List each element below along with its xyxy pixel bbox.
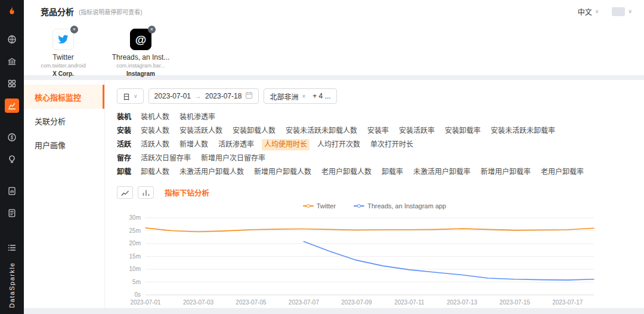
app-card-threads[interactable]: @ × Threads, an Inst... com.instagram.ba… <box>111 29 171 75</box>
close-icon[interactable]: × <box>70 26 78 33</box>
legend-item[interactable]: Twitter <box>303 202 336 210</box>
tag-close-icon[interactable]: × <box>302 93 305 100</box>
metric-option[interactable]: 人均使用时长 <box>262 139 309 150</box>
metric-option[interactable]: 安装率 <box>365 125 391 137</box>
metric-option[interactable]: 活跃渗透率 <box>216 139 256 150</box>
svg-text:2023-07-17: 2023-07-17 <box>552 299 583 306</box>
region-more: + 4 ... <box>312 92 330 100</box>
metric-option[interactable]: 安装活跃率 <box>397 125 437 137</box>
app-name: Twitter <box>52 53 73 61</box>
drilldown-link[interactable]: 指标下钻分析 <box>165 187 209 198</box>
granularity-select[interactable]: 日 ∨ <box>117 88 144 104</box>
metric-option[interactable]: 老用户卸载人数 <box>319 167 374 178</box>
line-chart-button[interactable] <box>117 186 133 199</box>
metrics-panel: 日 ∨ 2023-07-01 → 2023-07-18 北部非洲 × <box>105 80 644 308</box>
svg-text:20m: 20m <box>129 240 141 247</box>
svg-text:2023-07-11: 2023-07-11 <box>394 299 425 306</box>
metric-option[interactable]: 新增用户次日留存率 <box>199 153 268 164</box>
svg-text:5m: 5m <box>132 279 141 285</box>
menu-item-label: 关联分析 <box>35 115 66 127</box>
svg-text:2023-07-09: 2023-07-09 <box>341 299 372 306</box>
nav-rail: DataSparkle <box>0 0 24 314</box>
metric-option[interactable]: 卸载人数 <box>138 167 172 178</box>
svg-text:2023-07-01: 2023-07-01 <box>130 299 161 306</box>
chart-toolbar: 指标下钻分析 <box>117 186 632 199</box>
svg-text:2023-07-15: 2023-07-15 <box>500 299 531 306</box>
app-root: DataSparkle 竞品分析 (指标说明悬停即可查看) 中文 ∨ ∨ <box>0 0 644 314</box>
notebook-icon[interactable] <box>5 206 19 220</box>
app-card-twitter[interactable]: × Twitter com.twitter.android X Corp. <box>33 29 93 75</box>
legend-item[interactable]: Threads, an Instagram app <box>354 202 446 210</box>
page-title: 竞品分析 <box>41 5 74 17</box>
app-package: com.instagram.bar... <box>116 63 165 69</box>
finance-globe-icon[interactable] <box>5 130 19 144</box>
analytics-icon[interactable] <box>5 98 19 113</box>
report-icon[interactable] <box>5 184 19 198</box>
bank-icon[interactable] <box>5 54 19 69</box>
idea-icon[interactable] <box>5 152 19 167</box>
legend-label: Threads, an Instagram app <box>367 202 446 210</box>
svg-text:10m: 10m <box>129 266 141 272</box>
metric-option[interactable]: 单次打开时长 <box>368 139 416 150</box>
globe-icon[interactable] <box>5 32 19 47</box>
region-select[interactable]: 北部非洲 × + 4 ... <box>264 88 336 104</box>
metric-option[interactable]: 卸载率 <box>379 167 405 178</box>
list-icon[interactable] <box>5 241 19 255</box>
filters-row: 日 ∨ 2023-07-01 → 2023-07-18 北部非洲 × <box>117 88 632 104</box>
legend-label: Twitter <box>317 202 336 210</box>
date-start: 2023-07-01 <box>154 92 191 100</box>
svg-text:0s: 0s <box>134 291 141 298</box>
metric-option[interactable]: 未激活用户卸载人数 <box>177 167 246 178</box>
language-label: 中文 <box>578 7 592 17</box>
apps-grid-icon[interactable] <box>5 76 19 91</box>
metric-option[interactable]: 安装卸载人数 <box>230 125 278 137</box>
metric-category: 留存 <box>117 153 138 164</box>
metric-option[interactable]: 装机人数 <box>138 112 172 123</box>
chevron-down-icon: ∨ <box>595 8 599 14</box>
svg-text:2023-07-03: 2023-07-03 <box>183 299 214 306</box>
metric-category: 装机 <box>117 112 138 122</box>
svg-text:30m: 30m <box>129 214 141 221</box>
usage-chart[interactable]: 0s5m10m15m20m25m30m2023-07-012023-07-032… <box>117 213 632 308</box>
close-icon[interactable]: × <box>148 26 156 33</box>
chevron-down-icon: ∨ <box>134 93 138 99</box>
svg-text:2023-07-13: 2023-07-13 <box>447 299 478 306</box>
metric-option[interactable]: 新增人数 <box>177 139 210 150</box>
app-package: com.twitter.android <box>41 63 86 69</box>
svg-text:2023-07-07: 2023-07-07 <box>289 299 320 306</box>
menu-item[interactable]: 关联分析 <box>24 109 104 133</box>
chevron-down-icon: ∨ <box>628 8 632 14</box>
metric-option[interactable]: 人均打开次数 <box>315 139 363 150</box>
menu-item-label: 核心指标监控 <box>35 91 81 103</box>
region-tag: 北部非洲 <box>270 91 298 101</box>
date-end: 2023-07-18 <box>205 92 242 100</box>
bar-chart-button[interactable] <box>138 186 154 199</box>
topbar: 竞品分析 (指标说明悬停即可查看) 中文 ∨ ∨ <box>24 0 644 23</box>
metric-option[interactable]: 安装未活跃未卸载率 <box>488 125 558 137</box>
menu-item[interactable]: 核心指标监控 <box>24 85 104 109</box>
date-range-picker[interactable]: 2023-07-01 → 2023-07-18 <box>148 88 259 104</box>
compared-apps: × Twitter com.twitter.android X Corp. @ … <box>24 23 644 75</box>
metric-option[interactable]: 未激活用户卸载率 <box>411 167 473 178</box>
metric-option[interactable]: 安装人数 <box>138 125 172 137</box>
chart-legend: Twitter Threads, an Instagram app <box>117 200 632 212</box>
app-publisher: X Corp. <box>52 70 74 77</box>
app-publisher: Instagram <box>126 70 155 77</box>
metric-option[interactable]: 装机渗透率 <box>177 112 218 123</box>
menu-item[interactable]: 用户画像 <box>24 133 104 156</box>
metric-option[interactable]: 新增用户卸载率 <box>478 167 533 178</box>
metric-option[interactable]: 新增用户卸载人数 <box>252 167 314 178</box>
avatar <box>612 7 625 16</box>
arrow-right-icon: → <box>194 92 202 100</box>
metric-option[interactable]: 老用户卸载率 <box>538 167 586 178</box>
metric-option[interactable]: 安装未活跃未卸载人数 <box>283 125 360 137</box>
page-subtitle: (指标说明悬停即可查看) <box>79 7 143 16</box>
datasparkle-logo-icon[interactable] <box>0 0 24 24</box>
metric-option[interactable]: 安装活跃人数 <box>177 125 225 137</box>
metric-option[interactable]: 活跃次日留存率 <box>138 153 193 164</box>
metric-option[interactable]: 活跃人数 <box>138 139 172 150</box>
metric-option[interactable]: 安装卸载率 <box>442 125 483 137</box>
metric-selector: 装机 装机人数装机渗透率 安装 安装人数安装活跃人数安装卸载人数安装未活跃未卸载… <box>117 112 632 180</box>
language-selector[interactable]: 中文 ∨ <box>578 7 599 17</box>
account-menu[interactable]: ∨ <box>612 7 632 16</box>
